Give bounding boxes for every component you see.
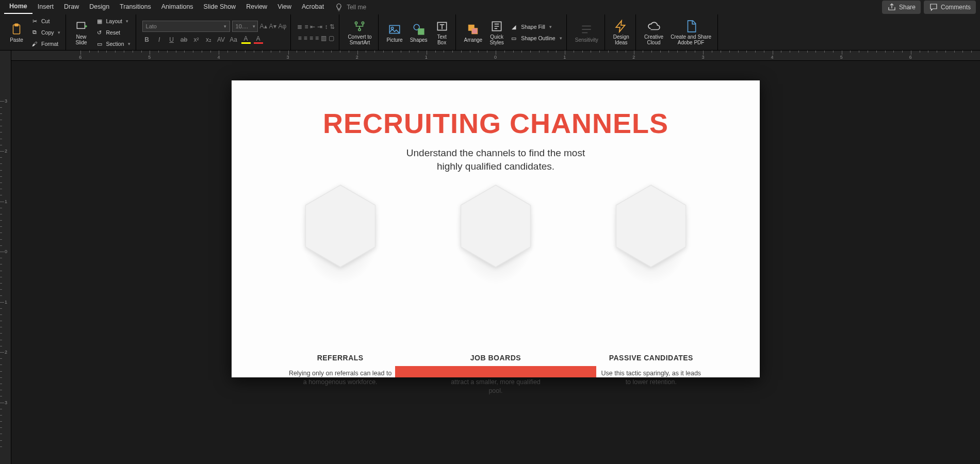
svg-rect-2: [77, 22, 85, 28]
indent-increase-button[interactable]: ⇥: [317, 23, 322, 30]
chevron-down-icon: ▾: [549, 24, 552, 29]
layout-icon: ▦: [95, 16, 104, 26]
shape-outline-button[interactable]: ▭Shape Outline▾: [509, 33, 562, 43]
align-center-button[interactable]: ≡: [304, 35, 307, 42]
format-label: Format: [41, 41, 58, 47]
hex-col-1[interactable]: REFERRALS Relying only on referrals can …: [273, 184, 407, 395]
shape-fill-label: Shape Fill: [521, 24, 545, 30]
svg-point-5: [358, 28, 361, 30]
line-spacing-button[interactable]: ↕: [324, 23, 328, 30]
copy-icon: ⧉: [30, 28, 39, 37]
clear-format-button[interactable]: Aφ: [279, 23, 287, 30]
justify-button[interactable]: ≡: [315, 35, 319, 42]
tab-acrobat[interactable]: Acrobat: [297, 1, 329, 13]
paste-button[interactable]: Paste: [7, 22, 26, 43]
text-effects-button[interactable]: AV: [217, 36, 226, 43]
slide[interactable]: RECRUITING CHANNELS Understand the chann…: [232, 80, 760, 377]
tab-animations[interactable]: Animations: [156, 1, 199, 13]
underline-button[interactable]: U: [167, 36, 176, 43]
indent-decrease-button[interactable]: ⇤: [310, 23, 315, 30]
quick-styles-button[interactable]: Quick Styles: [487, 19, 506, 45]
align-left-button[interactable]: ≡: [298, 35, 302, 42]
font-size-value: 10....: [236, 23, 248, 29]
chevron-down-icon: ▾: [560, 36, 562, 41]
text-direction-button[interactable]: ⇅: [330, 23, 335, 30]
align-text-button[interactable]: ▢: [329, 35, 334, 42]
strike-button[interactable]: ab: [179, 36, 189, 43]
new-slide-button[interactable]: New Slide: [72, 19, 91, 45]
copy-button[interactable]: ⧉Copy▾: [29, 27, 61, 38]
textbox-label: Text Box: [437, 34, 446, 45]
sensitivity-button[interactable]: Sensitivity: [573, 22, 600, 43]
tab-draw[interactable]: Draw: [59, 1, 84, 13]
adobe-pdf-label: Create and Share Adobe PDF: [671, 34, 711, 45]
section-icon: ▭: [95, 39, 104, 48]
comments-button[interactable]: Comments: [924, 1, 976, 14]
layout-button[interactable]: ▦Layout▾: [94, 16, 132, 26]
slide-subtitle[interactable]: Understand the channels to find the most…: [232, 146, 760, 173]
tab-review[interactable]: Review: [241, 1, 272, 13]
vertical-ruler: 3210123: [0, 51, 11, 464]
bold-button[interactable]: B: [142, 36, 152, 43]
design-ideas-button[interactable]: Design Ideas: [611, 19, 631, 45]
increase-font-button[interactable]: A▴: [260, 23, 267, 30]
tell-me[interactable]: Tell me: [329, 1, 371, 14]
hex-col-3[interactable]: PASSIVE CANDIDATES Use this tactic spari…: [584, 184, 718, 395]
numbering-button[interactable]: ≡: [304, 23, 308, 30]
tab-insert[interactable]: Insert: [32, 1, 59, 13]
section-button[interactable]: ▭Section▾: [94, 39, 132, 49]
font-name-dropdown[interactable]: Lato▾: [142, 21, 230, 32]
col3-title[interactable]: PASSIVE CANDIDATES: [609, 354, 693, 362]
slide-title[interactable]: RECRUITING CHANNELS: [232, 80, 760, 139]
red-accent-bar[interactable]: [395, 366, 596, 377]
tab-design[interactable]: Design: [84, 1, 115, 13]
bullets-button[interactable]: ≣: [297, 23, 302, 30]
decrease-font-button[interactable]: A▾: [269, 23, 276, 30]
col1-title[interactable]: REFERRALS: [317, 354, 364, 362]
font-size-dropdown[interactable]: 10....▾: [232, 21, 258, 32]
reset-button[interactable]: ↺Reset: [94, 27, 132, 38]
horizontal-ruler: 6543210123456: [11, 51, 980, 61]
clipboard-icon: [9, 22, 24, 37]
columns-button[interactable]: ▥: [321, 35, 326, 42]
svg-rect-1: [15, 24, 19, 26]
tab-home[interactable]: Home: [4, 1, 32, 14]
picture-icon: [387, 22, 402, 37]
creative-cloud-button[interactable]: Creative Cloud: [642, 19, 665, 45]
ribbon: Paste ✂Cut ⧉Copy▾ 🖌Format New Slide ▦Lay…: [0, 14, 980, 51]
shape-fill-button[interactable]: ◢Shape Fill▾: [509, 22, 562, 32]
font-color-button[interactable]: A: [254, 35, 263, 44]
slide-canvas[interactable]: RECRUITING CHANNELS Understand the chann…: [11, 61, 980, 464]
tab-view[interactable]: View: [272, 1, 297, 13]
tab-slideshow[interactable]: Slide Show: [199, 1, 241, 13]
col1-text[interactable]: Relying only on referrals can lead to a …: [289, 369, 392, 387]
superscript-button[interactable]: x²: [192, 36, 201, 43]
paste-label: Paste: [10, 37, 23, 43]
arrange-button[interactable]: Arrange: [462, 22, 485, 43]
new-slide-label: New Slide: [75, 34, 87, 45]
share-button[interactable]: Share: [882, 1, 921, 14]
shape-outline-label: Shape Outline: [521, 35, 556, 41]
picture-button[interactable]: Picture: [385, 22, 405, 43]
arrange-label: Arrange: [464, 37, 483, 43]
shapes-button[interactable]: Shapes: [408, 22, 430, 43]
subtitle-line2: highly qualified candidates.: [437, 161, 554, 172]
italic-button[interactable]: I: [155, 36, 164, 43]
adobe-pdf-button[interactable]: Create and Share Adobe PDF: [668, 19, 713, 45]
tab-transitions[interactable]: Transitions: [115, 1, 156, 13]
group-smartart: Convert to SmartArt: [341, 14, 378, 50]
change-case-button[interactable]: Aa: [229, 36, 238, 43]
col3-text[interactable]: Use this tactic sparingly, as it leads t…: [599, 369, 703, 387]
format-painter-button[interactable]: 🖌Format: [29, 39, 61, 49]
subscript-button[interactable]: x₂: [204, 36, 214, 43]
hex-col-2[interactable]: JOB BOARDS Write highly specific notices…: [429, 184, 563, 395]
highlight-button[interactable]: A: [241, 35, 251, 44]
align-right-button[interactable]: ≡: [309, 35, 313, 42]
comments-label: Comments: [941, 4, 971, 11]
share-label: Share: [899, 4, 916, 11]
cut-button[interactable]: ✂Cut: [29, 16, 61, 26]
textbox-button[interactable]: Text Box: [433, 19, 451, 45]
col2-title[interactable]: JOB BOARDS: [470, 354, 521, 362]
group-paragraph: ≣ ≡ ⇤ ⇥ ↕ ⇅ ≡ ≡ ≡ ≡ ▥ ▢: [293, 14, 339, 50]
convert-smartart-button[interactable]: Convert to SmartArt: [346, 19, 373, 45]
